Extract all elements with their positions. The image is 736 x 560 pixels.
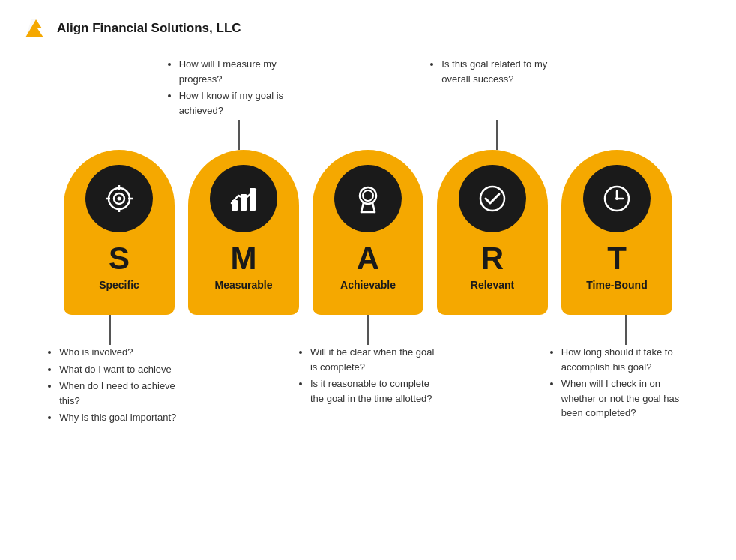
measurable-icon-circle [210,165,277,232]
svg-point-18 [480,187,504,211]
main-card: Align Financial Solutions, LLC How will … [0,0,736,560]
award-icon [352,182,384,215]
measurable-label: Measurable [214,279,272,291]
svg-point-22 [615,197,618,200]
svg-point-14 [363,190,373,201]
relevant-icon-circle [459,165,526,232]
svg-line-16 [372,202,375,212]
svg-marker-0 [25,19,43,37]
logo-icon [22,15,49,42]
timebound-label: Time-Bound [586,279,647,291]
clock-icon [600,182,633,215]
bottom-annotations: Who is involved? What do I want to achie… [30,345,706,427]
specific-annotation-bottom: Who is involved? What do I want to achie… [46,345,188,427]
target-icon [103,182,136,215]
connector-t-line-bottom [625,315,627,345]
connector-s-bottom [58,315,163,345]
timebound-icon-circle [583,165,651,232]
connector-m-top [187,120,292,150]
connector-a-line-bottom [367,315,369,345]
connector-r-top [444,120,549,150]
relevant-annotation-top: Is this goal related to my overall succe… [428,57,570,120]
svg-line-15 [361,202,364,212]
measurable-annotation-top: How will I measure my progress? How I kn… [166,57,308,120]
svg-point-4 [118,197,121,201]
achievable-letter: A [357,243,379,274]
header: Align Financial Solutions, LLC [22,15,714,42]
measurable-letter: M [231,243,257,274]
pillar-achievable: A Achievable [313,150,423,315]
connector-r-bottom [444,315,549,345]
connector-t-bottom [573,315,678,345]
timebound-annotation-bottom: How long should it take to accomplish hi… [548,345,690,427]
achievable-annotation-bottom: Will it be clear when the goal is comple… [297,345,439,427]
relevant-annotation-bottom-empty [441,345,546,427]
pillar-specific: S Specific [64,150,175,315]
check-circle-icon [476,182,509,215]
pillar-timebound: T Time-Bound [561,150,672,315]
relevant-label: Relevant [471,279,514,291]
timebound-letter: T [607,243,627,274]
main-content: How will I measure my progress? How I kn… [22,57,714,427]
pillar-relevant: R Relevant [437,150,548,315]
pillar-measurable: M Measurable [188,150,299,315]
connector-s-line-bottom [109,315,111,345]
company-name: Align Financial Solutions, LLC [57,21,241,36]
top-annotations: How will I measure my progress? How I kn… [30,57,706,120]
connector-s-top [58,120,163,150]
top-connectors [46,120,690,150]
connector-m-line-top [238,120,240,150]
measurable-annotation-bottom-empty [190,345,295,427]
specific-label: Specific [99,279,139,291]
diagram-area: S Specific M [30,120,706,345]
achievable-label: Achievable [340,279,396,291]
specific-letter: S [109,243,130,274]
connector-t-top [573,120,678,150]
bottom-connectors [46,315,690,345]
connector-r-line-top [496,120,498,150]
connector-a-bottom [316,315,420,345]
connector-m-bottom [187,315,292,345]
achievable-icon-circle [334,165,402,232]
specific-icon-circle [85,165,153,232]
connector-a-top [316,120,420,150]
pillars-row: S Specific M [64,150,672,315]
relevant-letter: R [481,243,504,274]
bar-chart-icon [227,182,260,215]
